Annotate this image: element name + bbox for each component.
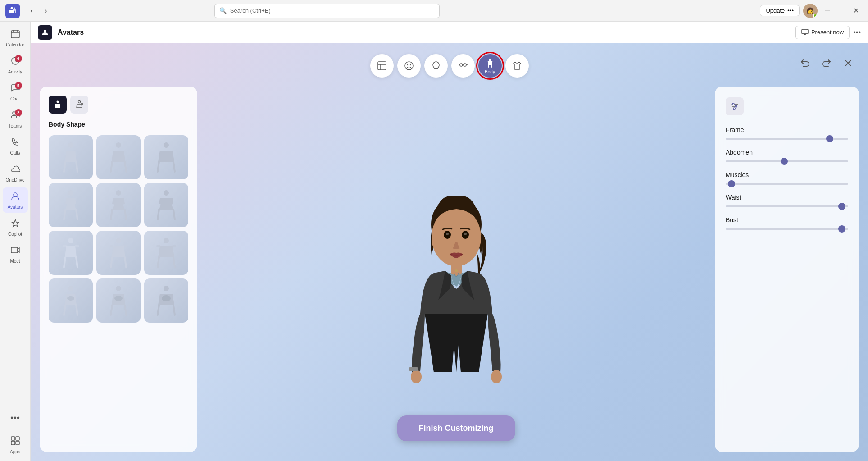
abdomen-label: Abdomen [726, 149, 848, 156]
svg-point-36 [164, 286, 169, 291]
body-shape-title: Body Shape [49, 121, 188, 128]
sidebar: Calendar 6 Activity 5 Chat [0, 22, 31, 461]
editor-toolbar-right [796, 54, 857, 72]
editor-panels: Body Shape [31, 78, 868, 461]
body-shape-item[interactable] [96, 183, 141, 227]
waist-slider-section: Waist [726, 194, 848, 207]
frame-slider-thumb[interactable] [826, 135, 833, 142]
svg-rect-2 [11, 31, 19, 38]
body-shape-item[interactable] [144, 278, 188, 323]
svg-point-11 [44, 30, 46, 32]
sidebar-item-activity[interactable]: 6 Activity [3, 52, 28, 78]
body-shape-item[interactable] [96, 231, 141, 275]
svg-point-50 [733, 108, 735, 110]
onedrive-icon [10, 164, 20, 176]
svg-rect-12 [802, 29, 808, 34]
sidebar-item-calendar[interactable]: Calendar [3, 25, 28, 50]
body-shape-item[interactable] [96, 135, 141, 179]
body-shape-item[interactable] [49, 135, 93, 179]
body-shape-item[interactable] [49, 278, 93, 323]
svg-point-16 [409, 64, 410, 65]
present-now-button[interactable]: Present now [795, 26, 850, 39]
svg-point-34 [116, 286, 121, 291]
minimize-button[interactable]: ─ [821, 5, 834, 17]
waist-label: Waist [726, 194, 848, 201]
teams-icon: 2 [10, 110, 20, 122]
sidebar-item-label: Activity [8, 69, 23, 74]
svg-point-19 [489, 59, 491, 61]
more-icon: ••• [10, 413, 20, 423]
body-shape-item[interactable] [144, 231, 188, 275]
app-header: Avatars Present now ••• [31, 22, 868, 43]
header-more-button[interactable]: ••• [853, 28, 861, 37]
body-shape-tab[interactable] [49, 96, 67, 114]
editor-close-button[interactable] [839, 54, 857, 72]
svg-point-49 [735, 105, 737, 107]
waist-slider-thumb[interactable] [838, 203, 845, 210]
head-tool-button[interactable] [424, 54, 448, 78]
svg-point-33 [67, 296, 74, 301]
user-avatar[interactable]: 👩 [803, 4, 818, 18]
outfit-tool-button[interactable] [505, 54, 529, 78]
apps-icon [10, 436, 20, 448]
svg-rect-8 [16, 437, 19, 440]
meet-icon [10, 245, 20, 257]
svg-point-27 [116, 190, 121, 196]
titlebar-actions: Update ••• 👩 ─ □ ✕ [760, 4, 863, 18]
sidebar-item-label: Calls [10, 151, 20, 155]
bust-slider-track[interactable] [726, 228, 848, 230]
body-tool-button[interactable]: Body [478, 54, 502, 78]
finish-customizing-button[interactable]: Finish Customizing [397, 415, 515, 441]
dots-icon: ••• [787, 7, 794, 14]
sidebar-item-chat[interactable]: 5 Chat [3, 79, 28, 105]
redo-button[interactable] [818, 54, 836, 72]
body-shape-item[interactable] [49, 231, 93, 275]
sidebar-item-avatars[interactable]: Avatars [3, 187, 28, 213]
search-bar[interactable]: 🔍 Search (Ctrl+E) [214, 4, 440, 18]
muscles-slider-thumb[interactable] [728, 180, 735, 187]
sidebar-item-onedrive[interactable]: OneDrive [3, 160, 28, 186]
frame-label: Frame [726, 126, 848, 133]
body-shape-item[interactable] [96, 278, 141, 323]
undo-button[interactable] [796, 54, 814, 72]
svg-point-30 [116, 238, 121, 243]
sidebar-item-teams[interactable]: 2 Teams [3, 106, 28, 132]
forward-button[interactable]: › [40, 5, 52, 17]
bust-slider-thumb[interactable] [838, 225, 845, 233]
svg-point-23 [68, 142, 73, 148]
back-button[interactable]: ‹ [25, 5, 38, 17]
body-shapes-grid [49, 135, 188, 323]
body-shape-item[interactable] [49, 183, 93, 227]
svg-point-26 [68, 190, 73, 196]
svg-point-48 [732, 103, 734, 105]
template-tool-button[interactable] [370, 54, 394, 78]
copilot-icon [10, 218, 20, 230]
teams-logo [5, 4, 20, 18]
teams-badge: 2 [15, 109, 22, 116]
sidebar-item-label: Chat [10, 96, 20, 101]
maximize-button[interactable]: □ [836, 5, 848, 17]
filter-button[interactable] [726, 97, 744, 115]
sidebar-item-copilot[interactable]: Copilot [3, 215, 28, 240]
sidebar-item-apps[interactable]: Apps [3, 432, 28, 457]
face-tool-button[interactable] [397, 54, 421, 78]
close-button[interactable]: ✕ [850, 5, 863, 17]
body-shape-item[interactable] [144, 183, 188, 227]
body-shape-item[interactable] [144, 135, 188, 179]
waist-slider-track[interactable] [726, 205, 848, 207]
left-panel: Body Shape [40, 87, 197, 452]
sidebar-item-label: Teams [9, 123, 22, 128]
svg-point-17 [460, 64, 463, 66]
frame-slider-track[interactable] [726, 138, 848, 140]
sidebar-item-more[interactable]: ••• [3, 405, 28, 430]
sidebar-item-meet[interactable]: Meet [3, 242, 28, 267]
muscles-slider-track[interactable] [726, 183, 848, 185]
update-button[interactable]: Update ••• [760, 5, 800, 16]
sidebar-item-calls[interactable]: Calls [3, 133, 28, 159]
accessories-tool-button[interactable] [451, 54, 475, 78]
header-actions: Present now ••• [795, 26, 861, 39]
bust-label: Bust [726, 216, 848, 224]
abdomen-slider-thumb[interactable] [781, 158, 788, 165]
abdomen-slider-track[interactable] [726, 160, 848, 162]
body-adjust-tab[interactable] [70, 96, 88, 114]
